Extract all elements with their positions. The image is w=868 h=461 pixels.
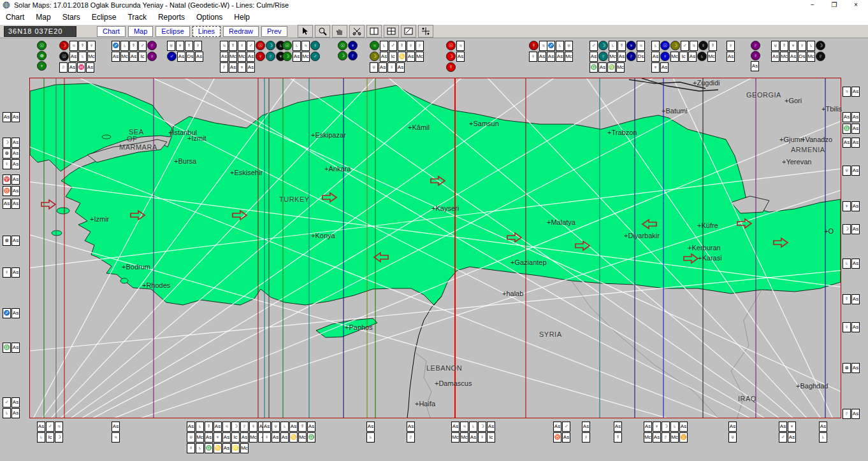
city-label: +Kayseri <box>431 204 459 212</box>
note-tool-icon[interactable] <box>401 25 416 38</box>
maximize-button[interactable]: ❐ <box>823 0 845 10</box>
menu-stars[interactable]: Stars <box>57 13 86 22</box>
planet-angle-box: ♄ <box>78 52 87 62</box>
city-label: +Gori <box>785 97 802 104</box>
planet-angle-box: ⊗ <box>843 363 851 373</box>
minimize-button[interactable]: − <box>802 0 823 10</box>
planet-angle-box: As <box>451 422 459 432</box>
planet-angle-box: As <box>851 138 860 148</box>
glyph-cluster-top: ☽♃☿♀☉As♄Mc♇As♓As <box>59 41 96 73</box>
glyph-cluster-left: AsAs <box>3 112 20 122</box>
glyph-cluster-left: ♉As <box>3 186 20 196</box>
planet-angle-box: As <box>688 52 697 62</box>
planet-angle-box: ♂ <box>562 422 570 432</box>
toolbar-tools <box>298 25 433 38</box>
city-label: +Kâmil <box>408 124 430 131</box>
glyph-cluster-bottom: As♂♃♄Ic☽ <box>37 422 63 443</box>
menu-track[interactable]: Track <box>122 13 152 22</box>
planet-angle-box: ♀ <box>387 62 396 73</box>
planet-angle-box: As <box>11 343 20 353</box>
planet-angle-box: ♄ <box>651 41 660 51</box>
glyph-cluster-top: ♀As <box>727 41 735 62</box>
planet-dot: ♇ <box>147 41 157 50</box>
planet-angle-box: ♇ <box>240 422 249 432</box>
pan-tool-icon[interactable] <box>332 25 347 38</box>
menu-eclipse[interactable]: Eclipse <box>86 13 122 22</box>
measure-tool-icon[interactable] <box>418 25 433 38</box>
planet-dot: ♂ <box>310 52 320 61</box>
planet-angle-box: As <box>380 52 388 62</box>
close-button[interactable]: × <box>845 0 867 10</box>
menu-options[interactable]: Options <box>191 13 228 22</box>
island <box>102 135 111 139</box>
menu-chart[interactable]: Chart <box>0 13 30 22</box>
toolbar-buttons: ChartMapEclipseLinesRedrawPrev <box>96 26 289 37</box>
toolbar: 36N18 037E20 ChartMapEclipseLinesRedrawP… <box>0 24 868 38</box>
direction-arrow <box>41 200 55 209</box>
map-button[interactable]: Map <box>128 26 153 37</box>
select-tool-icon[interactable] <box>298 25 313 38</box>
planet-angle-box: ♆ <box>176 41 184 51</box>
city-label: +Küfre <box>697 222 718 229</box>
planet-angle-box: As <box>37 422 45 432</box>
planet-dot: ☉ <box>59 52 69 61</box>
planet-angle-box: As <box>851 322 860 332</box>
menu-map[interactable]: Map <box>30 13 56 22</box>
planet-angle-box: Mc <box>670 52 679 62</box>
crosshair-tool-icon[interactable] <box>384 25 399 38</box>
planet-dot: ☽ <box>266 41 275 50</box>
planet-angle-box: As <box>222 432 231 443</box>
glyph-cluster-left: ♈As <box>3 174 20 185</box>
zoom-tool-icon[interactable] <box>315 25 330 38</box>
island <box>57 208 69 214</box>
map-canvas[interactable]: +Istanbul+Izmit+Bursa+Eskipazar+Eskisehi… <box>29 78 841 418</box>
planet-angle-box: ☽ <box>3 138 11 148</box>
glyph-cluster-top: ♃♄♂☿♀♇☽AsIc♋AsMc♅As♀As <box>370 41 424 73</box>
coordinate-display: 36N18 037E20 <box>4 26 76 37</box>
planet-angle-box: As <box>11 199 20 209</box>
planet-angle-box: Mc <box>120 52 129 62</box>
menu-help[interactable]: Help <box>228 13 256 22</box>
planet-angle-box: As <box>789 52 797 62</box>
planet-angle-box: As <box>553 422 561 432</box>
pane-tool-icon[interactable] <box>366 25 382 38</box>
cut-tool-icon[interactable] <box>349 25 365 38</box>
planet-angle-box: ♅ <box>565 41 573 51</box>
planet-angle-box: As <box>229 62 237 73</box>
glyph-cluster-right: ♎As <box>843 124 860 134</box>
planet-angle-box: ♄ <box>807 41 815 51</box>
planet-angle-box: ♀ <box>87 41 96 51</box>
lines-button[interactable]: Lines <box>192 26 221 37</box>
planet-angle-box: ♄ <box>469 422 477 432</box>
planet-dot: ♇ <box>348 51 358 60</box>
planet-angle-box: ♄ <box>280 422 289 432</box>
planet-angle-box: As <box>538 52 546 62</box>
prev-button[interactable]: Prev <box>261 26 287 37</box>
glyph-cluster-top: ♇♀As <box>751 41 760 71</box>
planet-angle-box: Mc <box>298 432 307 443</box>
planet-angle-box: ♆ <box>789 41 797 51</box>
planet-angle-box: ☿ <box>78 41 87 51</box>
planet-angle-box: ☿ <box>780 41 788 51</box>
planet-angle-box: As <box>456 52 465 62</box>
planet-angle-box: ☿ <box>229 41 237 51</box>
planet-dot: ☉ <box>338 41 347 50</box>
planet-angle-box: ♀ <box>238 41 246 51</box>
planet-angle-box: As <box>222 443 231 453</box>
planet-angle-box: As <box>771 52 779 62</box>
planet-angle-box: As <box>614 422 622 432</box>
planet-dot: ♇ <box>598 52 608 61</box>
glyph-cluster-right: ♆As <box>843 201 860 211</box>
chart-button[interactable]: Chart <box>97 26 126 37</box>
glyph-cluster-bottom: As♄☿♅McAs♀♄♎ <box>187 422 213 453</box>
planet-angle-box: As <box>396 62 405 73</box>
planet-angle-box: As <box>547 52 555 62</box>
glyph-cluster-bottom: As♇ <box>407 422 415 443</box>
country-label: LEBANON <box>426 364 462 372</box>
planet-angle-box: As <box>843 112 851 122</box>
planet-angle-box: Ds <box>186 52 194 62</box>
menu-reports[interactable]: Reports <box>152 13 191 22</box>
redraw-button[interactable]: Redraw <box>223 26 259 37</box>
glyph-cluster-top: ☉♄♃♀☽AsMc♂ <box>282 41 320 62</box>
eclipse-button[interactable]: Eclipse <box>156 26 189 37</box>
